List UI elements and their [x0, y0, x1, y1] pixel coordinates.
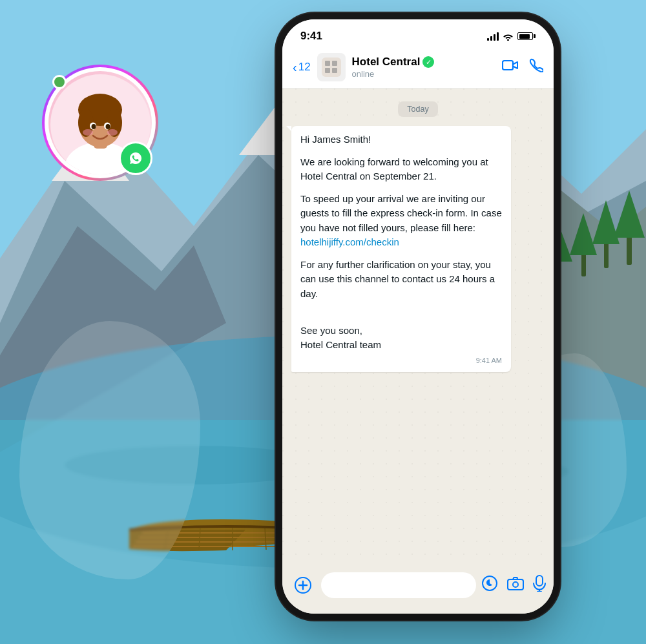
hotel-name-row: Hotel Central ✓ [352, 56, 495, 68]
message-para2: To speed up your arrival we are inviting… [300, 192, 502, 250]
phone-call-button[interactable] [529, 58, 543, 76]
header-actions [502, 58, 543, 76]
back-chevron-icon: ‹ [293, 61, 297, 74]
battery-icon [517, 32, 536, 40]
svg-rect-57 [536, 576, 543, 586]
message-greeting: Hi James Smith! [300, 132, 502, 147]
status-bar: 9:41 [282, 19, 554, 48]
svg-rect-47 [332, 61, 337, 66]
add-attachment-button[interactable] [290, 572, 316, 598]
message-para2-text: To speed up your arrival we are inviting… [300, 193, 502, 233]
hotel-info: Hotel Central ✓ online [352, 56, 495, 79]
camera-button[interactable] [507, 576, 524, 594]
phone-frame: 9:41 [282, 19, 554, 614]
svg-point-40 [91, 124, 96, 129]
chat-header: ‹ 12 Hotel Central ✓ online [282, 48, 554, 88]
mic-button[interactable] [533, 575, 546, 596]
svg-rect-10 [556, 258, 561, 281]
svg-point-42 [83, 129, 93, 136]
status-time: 9:41 [300, 30, 322, 43]
input-actions [481, 575, 546, 596]
svg-point-56 [513, 582, 518, 587]
signal-icon [487, 32, 499, 41]
message-bubble: Hi James Smith! We are looking forward t… [291, 126, 511, 372]
message-timestamp: 9:41 AM [300, 355, 502, 366]
svg-point-43 [107, 129, 118, 136]
whatsapp-badge [119, 141, 152, 175]
date-separator: Today [291, 101, 545, 117]
avatar-container [42, 65, 158, 181]
verified-badge: ✓ [422, 56, 434, 68]
message-input[interactable] [321, 572, 476, 598]
hotel-name: Hotel Central [352, 56, 421, 68]
hotel-status: online [352, 69, 495, 79]
status-icons [487, 32, 536, 41]
svg-rect-45 [322, 57, 341, 77]
date-label: Today [398, 101, 437, 117]
online-indicator [52, 75, 67, 89]
message-signoff: See you soon, Hotel Central team [300, 309, 502, 353]
chat-body: Today Hi James Smith! We are looking for… [282, 88, 554, 566]
svg-rect-50 [503, 61, 513, 70]
sticker-button[interactable] [481, 575, 498, 596]
message-link[interactable]: hotelhijiffy.com/checkin [300, 236, 399, 247]
avatar-ring [42, 65, 158, 181]
svg-rect-48 [325, 68, 330, 73]
message-para3: For any further clarification on your st… [300, 258, 502, 302]
svg-point-41 [105, 124, 110, 129]
wifi-icon [503, 32, 514, 41]
chat-input-bar [282, 566, 554, 614]
svg-rect-49 [332, 68, 337, 73]
message-para1: We are looking forward to welcoming you … [300, 155, 502, 184]
svg-rect-55 [508, 579, 523, 590]
back-count: 12 [298, 61, 311, 74]
video-call-button[interactable] [502, 59, 519, 76]
svg-rect-12 [581, 252, 586, 276]
svg-rect-46 [325, 61, 330, 66]
hotel-logo [317, 53, 346, 81]
back-button[interactable]: ‹ 12 [293, 61, 311, 74]
